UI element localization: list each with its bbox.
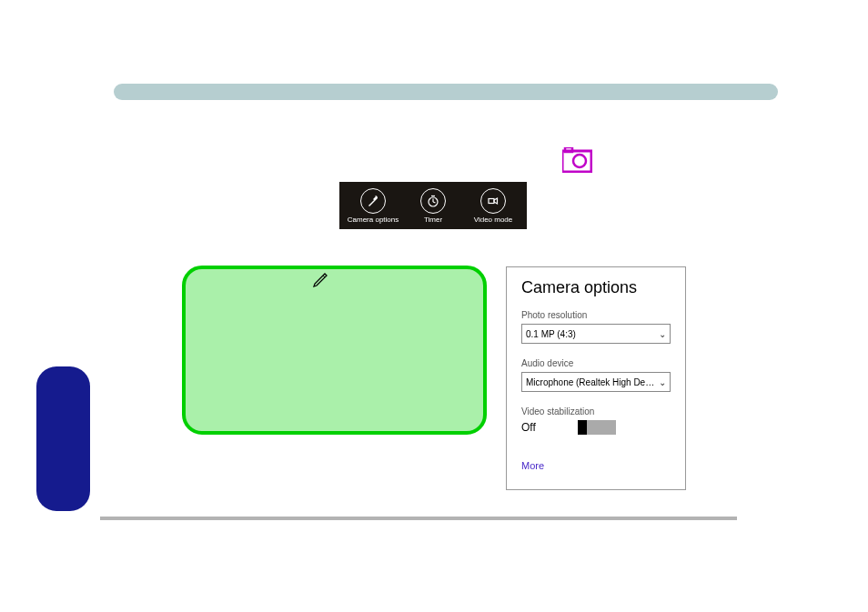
video-stabilization-toggle[interactable] bbox=[578, 420, 616, 435]
wrench-icon bbox=[360, 188, 386, 214]
decorative-blue-pill bbox=[36, 366, 90, 511]
chevron-down-icon: ⌄ bbox=[659, 329, 666, 339]
video-stabilization-value: Off bbox=[521, 421, 536, 434]
toolbar-label-camera-options: Camera options bbox=[348, 216, 399, 224]
toolbar-camera-options[interactable]: Camera options bbox=[343, 188, 403, 224]
toolbar-timer[interactable]: Timer bbox=[403, 188, 463, 224]
panel-title: Camera options bbox=[521, 278, 671, 297]
toggle-thumb bbox=[578, 420, 587, 435]
audio-device-label: Audio device bbox=[521, 358, 671, 368]
more-link[interactable]: More bbox=[521, 460, 671, 471]
photo-resolution-value: 0.1 MP (4:3) bbox=[526, 329, 655, 339]
toolbar-label-video-mode: Video mode bbox=[474, 216, 513, 224]
decorative-top-bar bbox=[114, 84, 778, 100]
camera-options-panel: Camera options Photo resolution 0.1 MP (… bbox=[506, 266, 686, 490]
edit-pen-icon bbox=[311, 272, 329, 290]
video-icon bbox=[480, 188, 506, 214]
svg-line-8 bbox=[323, 276, 325, 277]
toolbar-label-timer: Timer bbox=[424, 216, 442, 224]
camera-toolbar: Camera options Timer Video mode bbox=[339, 182, 527, 229]
video-stabilization-label: Video stabilization bbox=[521, 406, 671, 416]
toolbar-video-mode[interactable]: Video mode bbox=[463, 188, 523, 224]
audio-device-value: Microphone (Realtek High Defin... bbox=[526, 377, 655, 387]
decorative-bottom-line bbox=[100, 517, 737, 520]
chevron-down-icon: ⌄ bbox=[659, 377, 666, 387]
audio-device-select[interactable]: Microphone (Realtek High Defin... ⌄ bbox=[521, 372, 671, 392]
timer-icon bbox=[420, 188, 446, 214]
svg-rect-7 bbox=[489, 198, 494, 203]
highlight-region bbox=[182, 266, 487, 435]
camera-app-icon bbox=[562, 147, 592, 173]
photo-resolution-label: Photo resolution bbox=[521, 310, 671, 320]
svg-line-5 bbox=[433, 202, 436, 203]
photo-resolution-select[interactable]: 0.1 MP (4:3) ⌄ bbox=[521, 324, 671, 344]
svg-point-2 bbox=[573, 155, 586, 167]
